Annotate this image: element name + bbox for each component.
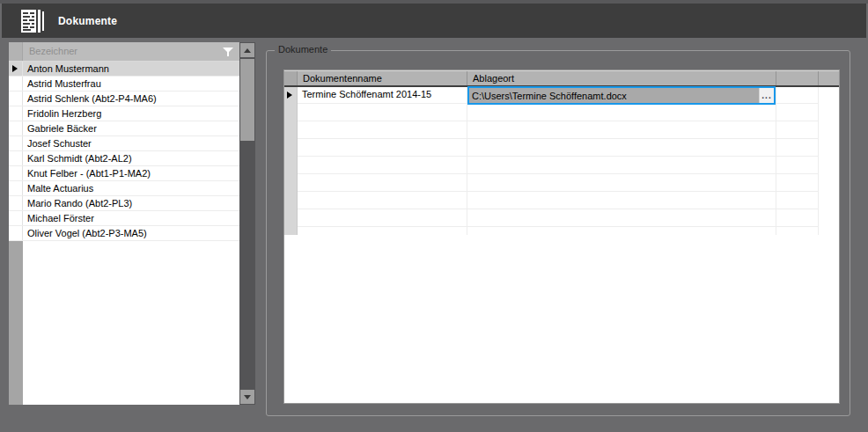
grid-empty-rows	[284, 104, 839, 235]
titlebar: Dokumente	[2, 4, 866, 38]
column-header-dokumentenname[interactable]: Dokumentenname	[298, 71, 467, 85]
arrow-up-icon	[244, 48, 251, 53]
scroll-down-button[interactable]	[240, 390, 254, 404]
scroll-up-button[interactable]	[240, 43, 254, 57]
row-marker	[9, 92, 23, 106]
scroll-thumb[interactable]	[240, 59, 254, 141]
grid-empty-row	[284, 174, 839, 192]
list-item[interactable]: Gabriele Bäcker	[9, 121, 239, 136]
list-marker-filler	[9, 241, 23, 405]
list-item[interactable]: Knut Felber - (Abt1-P1-MA2)	[9, 166, 239, 181]
list-item-label: Malte Actuarius	[23, 181, 239, 195]
row-arrow-icon	[12, 65, 18, 72]
grid-empty-row	[284, 192, 839, 209]
document-list-icon	[19, 7, 46, 35]
list-item-label: Oliver Vogel (Abt2-P3-MA5)	[23, 226, 239, 240]
row-marker	[9, 196, 23, 210]
grid-empty-row	[284, 157, 839, 174]
list-item-label: Gabriele Bäcker	[23, 121, 239, 135]
grid-empty-row	[284, 104, 839, 121]
list-item-label: Fridolin Herzberg	[23, 106, 239, 121]
list-item[interactable]: Josef Schuster	[9, 136, 239, 151]
list-item[interactable]: Astrid Musterfrau	[9, 77, 239, 92]
list-header-row: Bezeichner	[9, 42, 239, 62]
ablageort-value: C:\Users\Termine Schöffenamt.docx	[472, 91, 627, 101]
list-item[interactable]: Astrid Schlenk (Abt2-P4-MA6)	[9, 92, 239, 106]
row-marker	[9, 121, 23, 135]
list-scrollbar[interactable]	[239, 42, 255, 405]
bezeichner-list-rows: Anton Mustermann Astrid Musterfrau Astri…	[9, 62, 239, 241]
grid-row[interactable]: Termine Schöffenamt 2014-15 C:\Users\Ter…	[284, 87, 839, 104]
row-marker	[9, 62, 23, 76]
grid-empty-row	[284, 209, 839, 227]
list-item-label: Anton Mustermann	[23, 62, 239, 76]
row-marker	[9, 136, 23, 150]
list-item[interactable]: Anton Mustermann	[9, 62, 239, 77]
dokumente-groupbox: Dokumente Dokumentenname Ablageort Termi…	[266, 50, 850, 416]
grid-empty-row	[284, 139, 839, 157]
list-item[interactable]: Mario Rando (Abt2-PL3)	[9, 196, 239, 211]
row-marker	[9, 151, 23, 165]
cell-ablageort-editor[interactable]: C:\Users\Termine Schöffenamt.docx ...	[467, 86, 776, 105]
list-item-label: Astrid Schlenk (Abt2-P4-MA6)	[23, 92, 239, 106]
list-item-label: Josef Schuster	[23, 136, 239, 150]
documents-grid: Dokumentenname Ablageort Termine Schöffe…	[283, 70, 840, 404]
list-item-label: Astrid Musterfrau	[23, 77, 239, 91]
row-marker-header	[9, 42, 23, 61]
grid-header-row: Dokumentenname Ablageort	[284, 70, 839, 87]
current-row-marker	[284, 87, 298, 104]
row-marker	[9, 181, 23, 195]
groupbox-label: Dokumente	[275, 44, 331, 55]
cell-ablageort[interactable]: C:\Users\Termine Schöffenamt.docx ...	[467, 87, 776, 104]
list-item[interactable]: Fridolin Herzberg	[9, 106, 239, 121]
grid-header-filler	[819, 71, 839, 85]
row-marker	[9, 211, 23, 225]
list-item[interactable]: Malte Actuarius	[9, 181, 239, 196]
row-marker	[9, 106, 23, 121]
cell-dokumentenname[interactable]: Termine Schöffenamt 2014-15	[298, 87, 467, 104]
list-item[interactable]: Karl Schmidt (Abt2-AL2)	[9, 151, 239, 166]
list-item-label: Michael Förster	[23, 211, 239, 225]
filter-icon[interactable]	[223, 48, 233, 56]
list-item-label: Knut Felber - (Abt1-P1-MA2)	[23, 166, 239, 180]
list-item[interactable]: Oliver Vogel (Abt2-P3-MA5)	[9, 226, 239, 241]
row-marker	[9, 166, 23, 180]
grid-empty-row	[284, 227, 839, 235]
row-marker	[9, 226, 23, 240]
list-item-label: Karl Schmidt (Abt2-AL2)	[23, 151, 239, 165]
column-header-bezeichner[interactable]: Bezeichner	[23, 42, 239, 61]
cell-extra	[776, 87, 819, 104]
grid-marker-header	[284, 71, 298, 85]
cell-filler	[819, 87, 839, 104]
list-item[interactable]: Michael Förster	[9, 211, 239, 226]
list-item-label: Mario Rando (Abt2-PL3)	[23, 196, 239, 210]
grid-empty-row	[284, 121, 839, 139]
browse-button[interactable]: ...	[759, 88, 774, 103]
row-marker	[9, 77, 23, 91]
arrow-down-icon	[244, 395, 251, 399]
bezeichner-list: Bezeichner Anton Mustermann Astrid Muste…	[9, 42, 255, 405]
column-header-ablageort[interactable]: Ablageort	[467, 71, 776, 85]
page-title: Dokumente	[58, 15, 117, 27]
grid-header-extra	[776, 71, 819, 85]
row-arrow-icon	[287, 92, 292, 99]
column-header-label: Bezeichner	[29, 46, 77, 56]
application-window: { "titlebar": { "title": "Dokumente", "a…	[0, 0, 868, 432]
